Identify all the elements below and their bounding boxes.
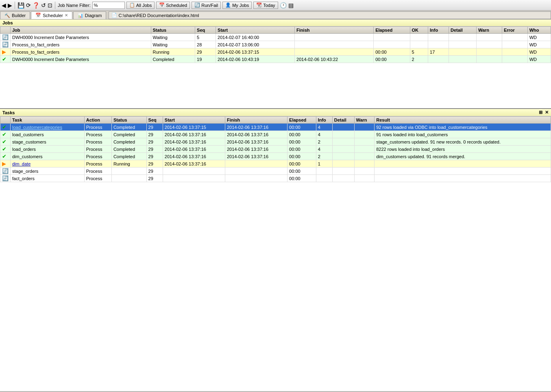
tasks-table-row[interactable]: ▶ dim_date Process Running 29 2014-02-06… — [0, 160, 551, 168]
clock-icon[interactable]: 🕐 — [280, 2, 287, 9]
task-finish-cell — [225, 168, 287, 175]
run-fail-button[interactable]: 🔄 Run/Fail — [192, 2, 221, 9]
jobs-table-container[interactable]: Job Status Seq Start Finish Elapsed OK I… — [0, 26, 551, 108]
task-seq-cell: 29 — [146, 160, 163, 168]
col-warn[interactable]: Warn — [476, 27, 502, 34]
tasks-table-row[interactable]: ✔ load_orders Process Completed 29 2014-… — [0, 146, 551, 153]
tcol-finish[interactable]: Finish — [225, 117, 287, 124]
save-icon[interactable]: 💾 — [17, 2, 24, 9]
my-jobs-button[interactable]: 👤 My Jobs — [222, 2, 252, 9]
task-detail-cell — [332, 153, 354, 160]
task-elapsed-cell: 00:00 — [287, 146, 316, 153]
tasks-table-container[interactable]: Task Action Status Seq Start Finish Elap… — [0, 116, 551, 391]
tasks-table-row[interactable]: ✔ load_customers Process Completed 29 20… — [0, 131, 551, 138]
task-link[interactable]: load_customercategories — [12, 125, 62, 130]
task-warn-cell — [354, 175, 375, 182]
task-elapsed-cell: 00:00 — [287, 124, 316, 131]
job-warn-cell — [476, 34, 502, 41]
col-detail[interactable]: Detail — [449, 27, 476, 34]
col-seq[interactable]: Seq — [195, 27, 216, 34]
filter-input[interactable] — [92, 2, 125, 9]
col-error[interactable]: Error — [502, 27, 527, 34]
menu-icon[interactable]: ▤ — [288, 2, 294, 9]
path-icon: 📄 — [111, 13, 117, 18]
spin-icon: 🔄 — [2, 41, 9, 48]
tab-diagram[interactable]: 📊 Diagram — [73, 11, 107, 19]
close-tasks-icon[interactable]: ✕ — [545, 110, 549, 115]
task-warn-cell — [354, 124, 375, 131]
col-info[interactable]: Info — [428, 27, 449, 34]
check-icon: ✔ — [2, 131, 7, 137]
task-info-cell — [316, 175, 332, 182]
jobs-table-row[interactable]: ▶ Process_to_fact_orders Running 29 2014… — [0, 48, 551, 56]
tcol-info[interactable]: Info — [316, 117, 332, 124]
scheduled-button[interactable]: 📅 Scheduled — [156, 2, 190, 9]
col-ok[interactable]: OK — [410, 27, 428, 34]
tcol-detail[interactable]: Detail — [332, 117, 354, 124]
task-link[interactable]: dim_date — [12, 161, 30, 166]
tcol-task[interactable]: Task — [11, 117, 85, 124]
job-status-cell: Running — [151, 48, 195, 56]
tcol-start[interactable]: Start — [163, 117, 225, 124]
jobs-table-row[interactable]: ✔ DWH0000 Increment Date Parameters Comp… — [0, 56, 551, 63]
tasks-table-row[interactable]: 🔄 fact_orders Process 29 00:00 — [0, 175, 551, 182]
run-icon: ▶ — [2, 49, 6, 55]
nav-back-icon[interactable]: ◀ — [2, 2, 6, 9]
job-detail-cell — [449, 34, 476, 41]
tasks-table-row[interactable]: ✔ dim_customers Process Completed 29 201… — [0, 153, 551, 160]
tasks-table-row[interactable]: ✔ load_customercategories Process Comple… — [0, 124, 551, 131]
tcol-seq[interactable]: Seq — [146, 117, 163, 124]
job-error-cell — [502, 34, 527, 41]
refresh-icon[interactable]: ⟳ — [26, 2, 31, 9]
spin-icon: 🔄 — [2, 175, 9, 181]
job-name-cell: DWH0000 Increment Date Parameters — [11, 56, 151, 63]
my-jobs-icon: 👤 — [225, 2, 231, 8]
col-status[interactable]: Status — [151, 27, 195, 34]
close-scheduler-icon[interactable]: ✕ — [65, 13, 68, 17]
tab-scheduler[interactable]: 📅 Scheduler ✕ — [31, 11, 72, 19]
job-start-cell: 2014-02-07 16:40:00 — [216, 34, 295, 41]
jobs-table-header-row: Job Status Seq Start Finish Elapsed OK I… — [0, 27, 551, 34]
tcol-elapsed[interactable]: Elapsed — [287, 117, 316, 124]
tasks-table-row[interactable]: 🔄 stage_orders Process 29 00:00 — [0, 168, 551, 175]
col-finish[interactable]: Finish — [295, 27, 374, 34]
task-info-cell — [316, 168, 332, 175]
task-start-cell: 2014-02-06 13:37:16 — [163, 160, 225, 168]
col-job[interactable]: Job — [11, 27, 151, 34]
help-icon[interactable]: ❓ — [33, 2, 39, 9]
tab-diagram-label: Diagram — [85, 13, 102, 18]
col-who[interactable]: Who — [527, 27, 551, 34]
task-icon-cell: ✔ — [0, 131, 11, 138]
task-status-cell: Completed — [111, 131, 146, 138]
jobs-table-row[interactable]: 🔄 Process_to_fact_orders Waiting 28 2014… — [0, 41, 551, 48]
jobs-table-row[interactable]: 🔄 DWH0000 Increment Date Parameters Wait… — [0, 34, 551, 41]
grid-icon[interactable]: ⊡ — [48, 2, 52, 9]
filter-label: Job Name Filter: — [58, 3, 91, 8]
builder-icon: 🔨 — [4, 13, 10, 18]
nav-forward-icon[interactable]: ▶ — [8, 2, 12, 9]
task-detail-cell — [332, 146, 354, 153]
tab-builder[interactable]: 🔨 Builder — [0, 11, 30, 19]
job-ok-cell: 5 — [410, 48, 428, 56]
jobs-panel-header-left: Jobs — [2, 20, 13, 25]
tasks-panel-header: Tasks ⊞ ✕ — [0, 109, 551, 116]
job-start-cell: 2014-02-07 13:06:00 — [216, 41, 295, 48]
col-start[interactable]: Start — [216, 27, 295, 34]
job-ok-cell: 2 — [410, 56, 428, 63]
col-elapsed[interactable]: Elapsed — [374, 27, 410, 34]
all-jobs-button[interactable]: 📋 All Jobs — [126, 2, 155, 9]
tasks-table-row[interactable]: ✔ stage_customers Process Completed 29 2… — [0, 138, 551, 146]
today-button[interactable]: 📆 Today — [253, 2, 278, 9]
job-status-cell: Waiting — [151, 41, 195, 48]
float-icon[interactable]: ⊞ — [539, 110, 542, 115]
task-name-cell: dim_customers — [11, 153, 85, 160]
history-icon[interactable]: ↺ — [41, 2, 46, 9]
task-seq-cell: 29 — [146, 175, 163, 182]
task-info-cell: 2 — [316, 153, 332, 160]
task-result-cell — [375, 168, 551, 175]
tcol-warn[interactable]: Warn — [354, 117, 375, 124]
tcol-result[interactable]: Result — [375, 117, 551, 124]
tcol-action[interactable]: Action — [84, 117, 111, 124]
task-finish-cell: 2014-02-06 13:37:16 — [225, 124, 287, 131]
tcol-status[interactable]: Status — [111, 117, 146, 124]
